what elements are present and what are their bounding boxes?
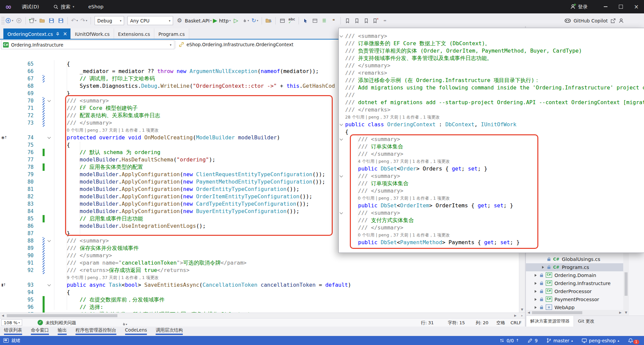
show-output-window-button[interactable] xyxy=(278,16,286,25)
code-line[interactable]: /// 并支持领域事件分发、事务管理以及集成事件日志功能。 xyxy=(339,55,644,62)
save-all-button[interactable] xyxy=(57,16,65,25)
fold-chevron-icon[interactable] xyxy=(340,138,343,141)
code-line[interactable]: /// 订单实体集合 xyxy=(339,143,644,150)
project-dropdown[interactable]: C# Ordering.Infrastructure ▾ xyxy=(1,40,174,49)
code-line[interactable]: /// Add migrations using the following c… xyxy=(339,84,644,91)
new-project-button[interactable]: ▾ xyxy=(29,16,37,25)
menu-item[interactable]: 调试(D) xyxy=(17,0,45,13)
document-tab[interactable]: Program.cs xyxy=(154,28,189,40)
bottom-tab[interactable]: 命令窗口 xyxy=(31,327,49,335)
codelens-row[interactable]: 28 个引用 | peng，37 天前 | 1 名作者，1 项更改 xyxy=(339,114,644,121)
code-line[interactable]: /// xyxy=(339,91,644,99)
code-line[interactable]: 92 /// <returns>保存成功返回 true</returns> xyxy=(0,267,525,274)
maximize-button[interactable] xyxy=(613,0,629,13)
indentation-mode-indicator[interactable]: 空格 xyxy=(496,319,505,327)
expander-icon[interactable] xyxy=(535,306,537,309)
save-button[interactable] xyxy=(47,16,55,25)
code-cleanup-button[interactable] xyxy=(311,16,319,25)
caret-line-indicator[interactable]: 行: 31 xyxy=(421,319,434,327)
restart-button[interactable]: ↻▾ xyxy=(251,16,259,25)
fold-chevron-icon[interactable] xyxy=(340,123,343,126)
code-line[interactable]: 90 /// </summary> xyxy=(0,252,525,259)
expander-icon[interactable] xyxy=(535,290,537,293)
bottom-tab[interactable]: 调用层次结构 xyxy=(156,327,183,335)
line-ending-indicator[interactable]: CRLF xyxy=(511,319,522,327)
code-line[interactable]: public class OrderingContext : DbContext… xyxy=(339,121,644,128)
code-line[interactable]: { xyxy=(339,128,644,136)
copilot-label[interactable]: GitHub Copilot xyxy=(574,18,608,23)
previous-bookmark-button[interactable] xyxy=(353,16,361,25)
pending-edits-status[interactable]: 9 xyxy=(528,338,538,343)
tree-item[interactable]: C#Program.cs xyxy=(526,263,628,271)
fold-chevron-icon[interactable] xyxy=(340,34,343,38)
hot-reload-button[interactable]: ▾ xyxy=(241,16,250,25)
git-branch-selector[interactable]: master▴ xyxy=(546,338,573,343)
code-line[interactable]: /// 订单项实体集合 xyxy=(339,180,644,187)
code-line[interactable]: /// 添加迁移命令示例 (在 Ordering.Infrastructure … xyxy=(339,77,644,84)
editor-horizontal-scrollbar[interactable]: ◀ ▶ ▸ xyxy=(0,313,525,319)
code-line[interactable]: /// </summary> xyxy=(339,187,644,195)
pin-icon[interactable] xyxy=(55,32,60,37)
code-line[interactable]: 93▮↑ public async Task<bool> SaveEntitie… xyxy=(0,281,525,289)
solution-configuration-combobox[interactable]: Debug▾ xyxy=(95,16,124,25)
git-sync-status[interactable]: 0/0↑ xyxy=(499,338,519,343)
clear-bookmarks-button[interactable]: × xyxy=(372,16,380,25)
code-line[interactable]: 91 /// <param name="cancellationToken">可… xyxy=(0,259,525,267)
document-tab[interactable]: OrderingContext.cs× xyxy=(3,28,71,40)
code-line[interactable]: /// dotnet ef migrations add --startup-p… xyxy=(339,99,644,106)
redo-button[interactable]: ↷▾ xyxy=(80,16,88,25)
tree-item[interactable]: C#Ordering.Domain xyxy=(526,271,628,279)
toggle-bookmark-button[interactable] xyxy=(343,16,352,25)
sign-in-button[interactable]: + 登录 xyxy=(570,4,588,10)
find-in-files-button[interactable] xyxy=(265,16,273,25)
expander-icon[interactable] xyxy=(535,274,537,277)
search-control[interactable]: 搜索 ▾ xyxy=(53,4,74,10)
code-line[interactable]: /// </summary> xyxy=(339,150,644,158)
code-line[interactable]: public DbSet<OrderItem> OrderItems { get… xyxy=(339,202,644,209)
code-line[interactable]: /// <summary> xyxy=(339,172,644,180)
code-line[interactable]: 94 { xyxy=(0,289,525,296)
tree-item[interactable]: C#OrderProcessor xyxy=(526,287,628,295)
type-dropdown[interactable]: eShop.Ordering.Infrastructure.OrderingCo… xyxy=(179,40,293,49)
fold-chevron-icon[interactable] xyxy=(340,211,343,215)
git-repository-selector[interactable]: peng-eshop▴ xyxy=(582,338,619,343)
close-button[interactable]: × xyxy=(629,0,644,13)
solution-platform-combobox[interactable]: Any CPU▾ xyxy=(127,16,173,25)
tree-item[interactable]: C#Ordering.Infrastructure xyxy=(526,279,628,287)
feedback-person-icon[interactable] xyxy=(619,18,624,23)
close-tab-icon[interactable]: × xyxy=(63,31,67,37)
bottom-tab[interactable]: CodeLens xyxy=(125,327,147,335)
notifications-bell[interactable]: 1 xyxy=(628,337,639,344)
code-line[interactable]: /// </remarks> xyxy=(339,106,644,114)
start-without-debugging-button[interactable]: ▷ xyxy=(232,16,240,25)
toolbar-overflow-button[interactable]: = xyxy=(381,16,389,25)
code-line[interactable]: 96 // 选择: xyxy=(0,303,525,311)
solution-explorer-horizontal-scrollbar[interactable]: ◀ ▶ xyxy=(526,310,623,316)
toolbar-grip[interactable] xyxy=(1,16,5,25)
share-icon[interactable] xyxy=(610,18,616,23)
code-line[interactable]: /// <remarks> xyxy=(339,69,644,77)
minimize-button[interactable] xyxy=(598,0,613,13)
expander-icon[interactable] xyxy=(535,298,537,301)
navigate-back-button[interactable]: ▾ xyxy=(5,16,13,25)
code-line[interactable]: /// </summary> xyxy=(339,62,644,69)
fold-chevron-icon[interactable] xyxy=(340,175,343,178)
expander-icon[interactable] xyxy=(535,282,537,285)
panel-tab[interactable]: 解决方案资源管理器 xyxy=(526,316,574,327)
bottom-tab[interactable]: 程序包管理器控制台 xyxy=(75,327,116,335)
code-line[interactable]: public DbSet<Order> Orders { get; set; } xyxy=(339,165,644,172)
document-tab[interactable]: IUnitOfWork.cs xyxy=(71,28,114,40)
panel-tab[interactable]: Git 更改 xyxy=(574,316,598,327)
navigate-forward-button[interactable] xyxy=(15,16,23,25)
undo-button[interactable]: ↶▾ xyxy=(70,16,78,25)
code-line[interactable]: /// </summary> xyxy=(339,224,644,231)
codelens-row[interactable]: 4 个引用 | peng，37 天前 | 1 名作者，1 项更改 xyxy=(339,158,644,165)
solution-explorer-vertical-scrollbar[interactable]: ▼ xyxy=(623,252,629,316)
spell-checker-button[interactable]: abc✓ xyxy=(288,16,296,25)
document-tab[interactable]: Extensions.cs xyxy=(114,28,154,40)
startup-settings-gear-icon[interactable]: ⚙ xyxy=(175,16,183,25)
tree-item[interactable]: C#GlobalUsings.cs xyxy=(526,255,628,263)
codelens-row[interactable]: 0 个引用 | peng，37 天前 | 1 名作者，1 项更改 xyxy=(339,195,644,202)
bottom-tab[interactable]: 错误列表 xyxy=(4,327,22,335)
zoom-level-combobox[interactable]: 108 %▾ xyxy=(1,319,22,326)
